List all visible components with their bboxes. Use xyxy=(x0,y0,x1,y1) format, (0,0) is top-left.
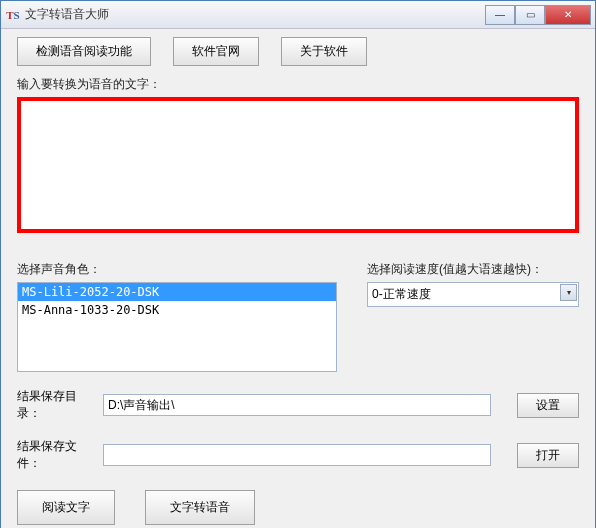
maximize-button[interactable]: ▭ xyxy=(515,5,545,25)
speed-select[interactable]: 0-正常速度 xyxy=(367,282,579,307)
client-area: 检测语音阅读功能 软件官网 关于软件 输入要转换为语音的文字： 选择声音角色： … xyxy=(1,29,595,528)
convert-button[interactable]: 文字转语音 xyxy=(145,490,255,525)
app-window: TS 文字转语音大师 — ▭ ✕ 检测语音阅读功能 软件官网 关于软件 输入要转… xyxy=(0,0,596,528)
voice-label: 选择声音角色： xyxy=(17,261,337,278)
save-dir-input[interactable] xyxy=(103,394,491,416)
speed-label: 选择阅读速度(值越大语速越快)： xyxy=(367,261,579,278)
window-controls: — ▭ ✕ xyxy=(485,5,591,25)
list-item[interactable]: MS-Lili-2052-20-DSK xyxy=(18,283,336,301)
titlebar[interactable]: TS 文字转语音大师 — ▭ ✕ xyxy=(1,1,595,29)
bottom-bar: 阅读文字 文字转语音 xyxy=(17,490,579,525)
text-input-area[interactable] xyxy=(21,101,575,229)
minimize-button[interactable]: — xyxy=(485,5,515,25)
input-label: 输入要转换为语音的文字： xyxy=(17,76,579,93)
app-icon: TS xyxy=(5,7,21,23)
read-button[interactable]: 阅读文字 xyxy=(17,490,115,525)
website-button[interactable]: 软件官网 xyxy=(173,37,259,66)
close-button[interactable]: ✕ xyxy=(545,5,591,25)
about-button[interactable]: 关于软件 xyxy=(281,37,367,66)
open-button[interactable]: 打开 xyxy=(517,443,579,468)
voice-listbox[interactable]: MS-Lili-2052-20-DSK MS-Anna-1033-20-DSK xyxy=(17,282,337,372)
settings-button[interactable]: 设置 xyxy=(517,393,579,418)
save-file-input[interactable] xyxy=(103,444,491,466)
list-item[interactable]: MS-Anna-1033-20-DSK xyxy=(18,301,336,319)
window-title: 文字转语音大师 xyxy=(25,6,485,23)
save-file-label: 结果保存文件： xyxy=(17,438,97,472)
save-dir-label: 结果保存目录： xyxy=(17,388,97,422)
detect-button[interactable]: 检测语音阅读功能 xyxy=(17,37,151,66)
input-highlight xyxy=(17,97,579,233)
toolbar: 检测语音阅读功能 软件官网 关于软件 xyxy=(17,37,579,66)
